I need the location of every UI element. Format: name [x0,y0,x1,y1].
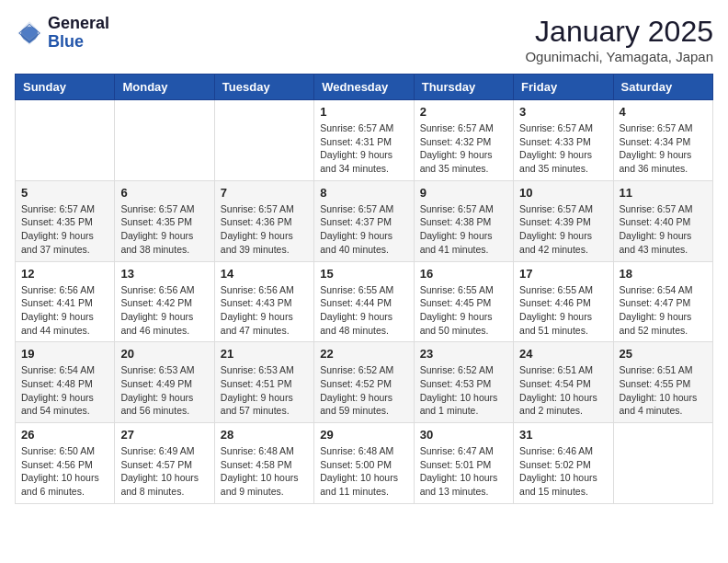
day-number: 11 [620,186,707,200]
calendar-week-row: 1Sunrise: 6:57 AMSunset: 4:31 PMDaylight… [16,100,713,181]
day-number: 3 [519,105,607,119]
logo-blue-text: Blue [48,33,109,52]
day-info: Sunrise: 6:50 AMSunset: 4:56 PMDaylight:… [21,444,108,499]
day-info: Sunrise: 6:52 AMSunset: 4:52 PMDaylight:… [320,363,407,418]
day-info: Sunrise: 6:56 AMSunset: 4:43 PMDaylight:… [221,283,308,338]
weekday-header-saturday: Saturday [613,75,712,100]
calendar-cell: 21Sunrise: 6:53 AMSunset: 4:51 PMDayligh… [214,342,313,423]
day-info: Sunrise: 6:54 AMSunset: 4:47 PMDaylight:… [620,283,707,338]
calendar-table: SundayMondayTuesdayWednesdayThursdayFrid… [15,74,713,504]
calendar-cell: 7Sunrise: 6:57 AMSunset: 4:36 PMDaylight… [214,180,313,261]
day-info: Sunrise: 6:57 AMSunset: 4:39 PMDaylight:… [519,202,607,257]
day-info: Sunrise: 6:55 AMSunset: 4:45 PMDaylight:… [420,283,507,338]
day-info: Sunrise: 6:57 AMSunset: 4:31 PMDaylight:… [320,121,407,176]
day-number: 1 [320,105,407,119]
calendar-cell: 8Sunrise: 6:57 AMSunset: 4:37 PMDaylight… [314,180,414,261]
month-title: January 2025 [525,15,713,49]
calendar-cell: 17Sunrise: 6:55 AMSunset: 4:46 PMDayligh… [514,261,613,342]
day-info: Sunrise: 6:55 AMSunset: 4:44 PMDaylight:… [320,283,407,338]
calendar-week-row: 5Sunrise: 6:57 AMSunset: 4:35 PMDaylight… [16,180,713,261]
weekday-header-monday: Monday [115,75,214,100]
calendar-cell: 3Sunrise: 6:57 AMSunset: 4:33 PMDaylight… [514,100,613,181]
day-number: 9 [420,186,507,200]
day-number: 17 [519,267,607,281]
day-info: Sunrise: 6:48 AMSunset: 4:58 PMDaylight:… [221,444,308,499]
weekday-header-sunday: Sunday [16,75,115,100]
day-number: 10 [519,186,607,200]
day-info: Sunrise: 6:53 AMSunset: 4:49 PMDaylight:… [120,363,208,418]
calendar-cell: 5Sunrise: 6:57 AMSunset: 4:35 PMDaylight… [16,180,115,261]
day-info: Sunrise: 6:49 AMSunset: 4:57 PMDaylight:… [120,444,208,499]
calendar-cell: 14Sunrise: 6:56 AMSunset: 4:43 PMDayligh… [214,261,313,342]
day-number: 8 [320,186,407,200]
day-info: Sunrise: 6:57 AMSunset: 4:36 PMDaylight:… [221,202,308,257]
calendar-cell: 27Sunrise: 6:49 AMSunset: 4:57 PMDayligh… [115,423,214,504]
day-info: Sunrise: 6:57 AMSunset: 4:33 PMDaylight:… [519,121,607,176]
day-info: Sunrise: 6:57 AMSunset: 4:34 PMDaylight:… [620,121,707,176]
logo-text: General Blue [48,15,109,52]
day-number: 16 [420,267,507,281]
day-number: 31 [519,428,607,442]
weekday-header-thursday: Thursday [414,75,513,100]
calendar-week-row: 12Sunrise: 6:56 AMSunset: 4:41 PMDayligh… [16,261,713,342]
day-number: 5 [21,186,108,200]
calendar-cell [613,423,712,504]
day-info: Sunrise: 6:47 AMSunset: 5:01 PMDaylight:… [420,444,507,499]
calendar-cell: 15Sunrise: 6:55 AMSunset: 4:44 PMDayligh… [314,261,414,342]
calendar-cell: 20Sunrise: 6:53 AMSunset: 4:49 PMDayligh… [115,342,214,423]
calendar-cell: 11Sunrise: 6:57 AMSunset: 4:40 PMDayligh… [613,180,712,261]
calendar-cell: 16Sunrise: 6:55 AMSunset: 4:45 PMDayligh… [414,261,513,342]
calendar-cell: 19Sunrise: 6:54 AMSunset: 4:48 PMDayligh… [16,342,115,423]
day-number: 6 [120,186,208,200]
day-info: Sunrise: 6:51 AMSunset: 4:55 PMDaylight:… [620,363,707,418]
day-info: Sunrise: 6:57 AMSunset: 4:35 PMDaylight:… [21,202,108,257]
day-info: Sunrise: 6:56 AMSunset: 4:42 PMDaylight:… [120,283,208,338]
day-number: 14 [221,267,308,281]
day-info: Sunrise: 6:52 AMSunset: 4:53 PMDaylight:… [420,363,507,418]
day-number: 30 [420,428,507,442]
day-info: Sunrise: 6:57 AMSunset: 4:37 PMDaylight:… [320,202,407,257]
calendar-cell [16,100,115,181]
calendar-cell: 31Sunrise: 6:46 AMSunset: 5:02 PMDayligh… [514,423,613,504]
weekday-header-row: SundayMondayTuesdayWednesdayThursdayFrid… [16,75,713,100]
day-number: 2 [420,105,507,119]
day-info: Sunrise: 6:56 AMSunset: 4:41 PMDaylight:… [21,283,108,338]
logo: General Blue [15,15,109,52]
calendar-cell: 29Sunrise: 6:48 AMSunset: 5:00 PMDayligh… [314,423,414,504]
day-number: 23 [420,347,507,361]
day-info: Sunrise: 6:55 AMSunset: 4:46 PMDaylight:… [519,283,607,338]
calendar-cell: 4Sunrise: 6:57 AMSunset: 4:34 PMDaylight… [613,100,712,181]
day-number: 18 [620,267,707,281]
calendar-cell [214,100,313,181]
calendar-cell: 25Sunrise: 6:51 AMSunset: 4:55 PMDayligh… [613,342,712,423]
day-info: Sunrise: 6:53 AMSunset: 4:51 PMDaylight:… [221,363,308,418]
day-info: Sunrise: 6:57 AMSunset: 4:38 PMDaylight:… [420,202,507,257]
calendar-cell: 23Sunrise: 6:52 AMSunset: 4:53 PMDayligh… [414,342,513,423]
day-number: 27 [120,428,208,442]
day-number: 12 [21,267,108,281]
day-number: 19 [21,347,108,361]
day-info: Sunrise: 6:57 AMSunset: 4:32 PMDaylight:… [420,121,507,176]
weekday-header-wednesday: Wednesday [314,75,414,100]
day-number: 15 [320,267,407,281]
calendar-cell: 10Sunrise: 6:57 AMSunset: 4:39 PMDayligh… [514,180,613,261]
calendar-cell [115,100,214,181]
calendar-cell: 1Sunrise: 6:57 AMSunset: 4:31 PMDaylight… [314,100,414,181]
weekday-header-tuesday: Tuesday [214,75,313,100]
calendar-cell: 28Sunrise: 6:48 AMSunset: 4:58 PMDayligh… [214,423,313,504]
calendar-cell: 26Sunrise: 6:50 AMSunset: 4:56 PMDayligh… [16,423,115,504]
day-info: Sunrise: 6:46 AMSunset: 5:02 PMDaylight:… [519,444,607,499]
calendar-cell: 24Sunrise: 6:51 AMSunset: 4:54 PMDayligh… [514,342,613,423]
calendar-cell: 30Sunrise: 6:47 AMSunset: 5:01 PMDayligh… [414,423,513,504]
day-number: 25 [620,347,707,361]
day-number: 7 [221,186,308,200]
day-number: 24 [519,347,607,361]
calendar-cell: 12Sunrise: 6:56 AMSunset: 4:41 PMDayligh… [16,261,115,342]
calendar-cell: 9Sunrise: 6:57 AMSunset: 4:38 PMDaylight… [414,180,513,261]
day-info: Sunrise: 6:54 AMSunset: 4:48 PMDaylight:… [21,363,108,418]
calendar-cell: 18Sunrise: 6:54 AMSunset: 4:47 PMDayligh… [613,261,712,342]
logo-icon [15,18,44,48]
day-number: 21 [221,347,308,361]
day-number: 26 [21,428,108,442]
day-number: 4 [620,105,707,119]
